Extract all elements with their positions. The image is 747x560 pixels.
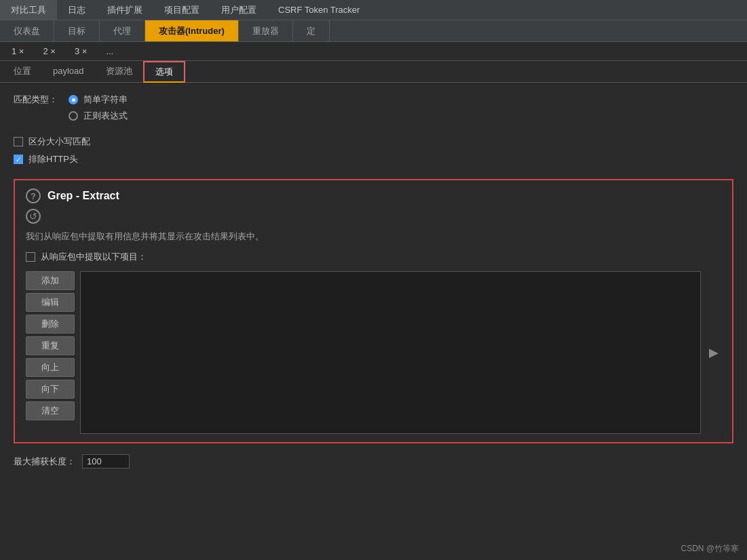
exclude-http-label: 排除HTTP头	[28, 153, 78, 165]
sub-tab-more[interactable]: ...	[97, 44, 122, 58]
inner-tab-resource-pool[interactable]: 资源池	[95, 61, 143, 82]
radio-regex-label[interactable]: 正则表达式	[83, 110, 128, 122]
capture-length-label: 最大捕获长度：	[14, 456, 75, 468]
case-sensitive-row: 区分大小写匹配	[14, 136, 733, 148]
match-type-section: 匹配类型： 简单字符串 正则表达式	[14, 94, 733, 122]
capture-length-row: 最大捕获长度：	[14, 454, 733, 468]
clear-button[interactable]: 清空	[26, 401, 75, 420]
menu-project-config[interactable]: 项目配置	[153, 0, 210, 20]
tab-repeater[interactable]: 重放器	[239, 20, 293, 41]
menu-compare-tool[interactable]: 对比工具	[0, 0, 57, 20]
menu-log[interactable]: 日志	[57, 0, 96, 20]
arrow-right-icon: ▶	[709, 345, 719, 360]
sub-tab-2[interactable]: 2 ×	[34, 44, 64, 58]
radio-simple-string-label[interactable]: 简单字符串	[83, 94, 128, 106]
refresh-icon[interactable]: ↺	[26, 209, 41, 224]
watermark: CSDN @竹等寒	[681, 543, 739, 555]
case-sensitive-label: 区分大小写匹配	[28, 136, 90, 148]
sub-tab-3[interactable]: 3 ×	[66, 44, 96, 58]
match-type-label: 匹配类型：	[14, 94, 58, 106]
radio-group: 简单字符串 正则表达式	[69, 94, 128, 122]
menu-plugins[interactable]: 插件扩展	[96, 0, 153, 20]
grep-extract-section: ? Grep - Extract ↺ 我们从响应包中提取有用信息并将其显示在攻击…	[14, 179, 733, 443]
extract-checkbox-row: 从响应包中提取以下项目：	[26, 251, 721, 263]
sub-tab-bar: 1 × 2 × 3 × ...	[0, 42, 747, 61]
help-icon[interactable]: ?	[26, 188, 41, 203]
match-type-container: 匹配类型： 简单字符串 正则表达式	[14, 94, 733, 122]
radio-row-simple: 简单字符串	[69, 94, 128, 106]
tab-dashboard[interactable]: 仪表盘	[0, 20, 54, 41]
menu-user-config[interactable]: 用户配置	[210, 0, 267, 20]
extract-area: 添加 编辑 删除 重复 向上 向下 清空 ▶	[26, 271, 721, 434]
down-button[interactable]: 向下	[26, 380, 75, 399]
case-sensitive-checkbox[interactable]	[14, 137, 23, 146]
grep-extract-header: ? Grep - Extract	[26, 188, 721, 203]
add-button[interactable]: 添加	[26, 271, 75, 290]
inner-tab-position[interactable]: 位置	[3, 61, 42, 82]
radio-simple-string[interactable]	[69, 95, 78, 104]
main-content: 匹配类型： 简单字符串 正则表达式 区分大小写匹配 排除HTTP头	[0, 83, 747, 479]
radio-row-regex: 正则表达式	[69, 110, 128, 122]
delete-button[interactable]: 删除	[26, 315, 75, 334]
menu-csrf-tracker[interactable]: CSRF Token Tracker	[267, 0, 370, 20]
capture-length-input[interactable]	[82, 454, 130, 468]
inner-tab-payload[interactable]: payload	[42, 61, 95, 82]
tab-target[interactable]: 目标	[54, 20, 100, 41]
extract-buttons: 添加 编辑 删除 重复 向上 向下 清空	[26, 271, 75, 434]
exclude-http-checkbox[interactable]	[14, 155, 23, 164]
grep-extract-title: Grep - Extract	[47, 190, 119, 202]
tab-proxy[interactable]: 代理	[100, 20, 145, 41]
checkboxes-section: 区分大小写匹配 排除HTTP头	[14, 136, 733, 165]
sub-tab-1[interactable]: 1 ×	[3, 44, 33, 58]
duplicate-button[interactable]: 重复	[26, 336, 75, 355]
extract-list	[80, 271, 701, 434]
inner-tab-options[interactable]: 选项	[143, 61, 185, 83]
extract-checkbox-label: 从响应包中提取以下项目：	[41, 251, 147, 263]
edit-button[interactable]: 编辑	[26, 293, 75, 312]
main-tab-bar: 仪表盘 目标 代理 攻击器(Intruder) 重放器 定	[0, 20, 747, 42]
top-menu-bar: 对比工具 日志 插件扩展 项目配置 用户配置 CSRF Token Tracke…	[0, 0, 747, 20]
grep-extract-description: 我们从响应包中提取有用信息并将其显示在攻击结果列表中。	[26, 231, 721, 243]
radio-regex[interactable]	[69, 111, 78, 121]
up-button[interactable]: 向上	[26, 358, 75, 377]
exclude-http-row: 排除HTTP头	[14, 153, 733, 165]
tab-intruder[interactable]: 攻击器(Intruder)	[145, 20, 239, 41]
inner-tab-bar: 位置 payload 资源池 选项	[0, 61, 747, 83]
tab-more[interactable]: 定	[293, 20, 330, 41]
extract-checkbox[interactable]	[26, 252, 35, 262]
